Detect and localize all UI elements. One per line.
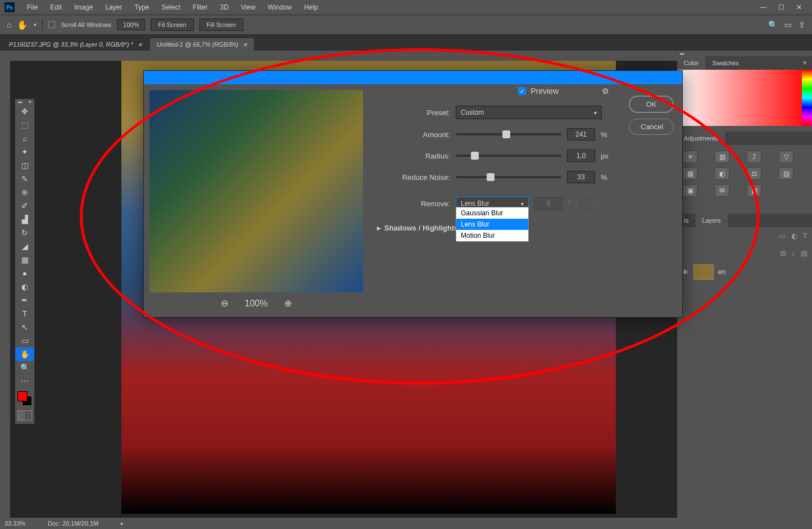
window-maximize[interactable]: ☐ xyxy=(773,2,790,13)
color-picker[interactable] xyxy=(677,70,812,126)
radius-input[interactable] xyxy=(567,150,595,162)
home-icon[interactable]: ⌂ xyxy=(7,20,11,29)
layers-tab[interactable]: Layers xyxy=(696,214,728,227)
pen-tool[interactable]: ✒ xyxy=(15,293,34,307)
close-icon[interactable]: ✕ xyxy=(138,42,142,48)
menu-image[interactable]: Image xyxy=(69,1,98,13)
hand-tool[interactable]: ✋ xyxy=(15,347,34,361)
menu-type[interactable]: Type xyxy=(129,1,155,13)
eyedropper-tool[interactable]: ✎ xyxy=(15,172,34,186)
search-icon[interactable]: 🔍 xyxy=(768,20,778,29)
adjustments-tab[interactable]: Adjustments xyxy=(677,132,725,145)
gradient-tool[interactable]: ▦ xyxy=(15,253,34,266)
quick-mask-mode[interactable] xyxy=(17,410,32,421)
levels-icon[interactable]: ▥ xyxy=(715,151,729,163)
bw-icon[interactable]: ▤ xyxy=(779,168,793,180)
preview-image[interactable] xyxy=(149,90,363,292)
move-tool[interactable]: ✥ xyxy=(15,105,34,118)
exposure-icon[interactable]: ▽ xyxy=(779,151,793,163)
filter-type-icon[interactable]: T xyxy=(803,232,808,240)
type-tool[interactable]: T xyxy=(15,307,34,320)
fit-screen-button[interactable]: Fit Screen xyxy=(151,19,193,31)
dialog-titlebar[interactable] xyxy=(144,71,682,84)
gear-icon[interactable]: ⚙ xyxy=(602,87,609,96)
eraser-tool[interactable]: ◢ xyxy=(15,239,34,253)
window-close[interactable]: ✕ xyxy=(791,2,808,13)
menu-view[interactable]: View xyxy=(235,1,261,13)
panel-options-icon[interactable]: ≡ xyxy=(797,56,812,70)
amount-input[interactable] xyxy=(567,128,595,141)
filter-adjust-icon[interactable]: ◐ xyxy=(791,232,797,240)
healing-tool[interactable]: ⊛ xyxy=(15,186,34,199)
menu-3d[interactable]: 3D xyxy=(214,1,234,13)
layer-row[interactable]: 👁 en xyxy=(677,262,812,282)
brush-tool[interactable]: ✐ xyxy=(15,199,34,212)
fill-icon[interactable]: ↕ xyxy=(792,249,796,257)
menu-layer[interactable]: Layer xyxy=(99,1,128,13)
remove-option-motion[interactable]: Motion Blur xyxy=(456,230,528,241)
cancel-button[interactable]: Cancel xyxy=(629,119,674,135)
path-tool[interactable]: ↖ xyxy=(15,320,34,334)
document-tab-1[interactable]: P1160237.JPG @ 33,3% (Layer 0, RGB/8*) *… xyxy=(2,38,149,51)
menu-file[interactable]: File xyxy=(21,1,43,13)
brightness-icon[interactable]: ☀ xyxy=(683,151,697,163)
scroll-all-checkbox[interactable] xyxy=(48,21,55,28)
preset-dropdown[interactable]: Custom xyxy=(456,106,602,119)
lasso-tool[interactable]: ⌕ xyxy=(15,132,34,145)
menu-edit[interactable]: Edit xyxy=(44,1,67,13)
remove-option-gaussian[interactable]: Gaussian Blur xyxy=(456,207,528,219)
close-icon[interactable]: ✕ xyxy=(243,42,247,48)
angle-dial[interactable] xyxy=(577,192,599,215)
amount-slider[interactable] xyxy=(456,133,561,135)
dodge-tool[interactable]: ◐ xyxy=(15,280,34,293)
foreground-color[interactable] xyxy=(17,391,28,401)
radius-slider[interactable] xyxy=(456,155,561,157)
stamp-tool[interactable]: ▟ xyxy=(15,212,34,226)
photo-filter-icon[interactable]: ▣ xyxy=(683,184,697,197)
workspace-icon[interactable]: ▭ xyxy=(784,20,792,29)
ruler-vertical[interactable] xyxy=(0,61,10,518)
lock-icon[interactable]: ⊞ xyxy=(780,249,786,257)
hue-icon[interactable]: ◐ xyxy=(715,168,729,180)
angle-input[interactable] xyxy=(534,197,562,210)
rectangle-tool[interactable]: ▭ xyxy=(15,334,34,347)
tool-options[interactable]: ⋯ xyxy=(15,374,34,388)
noise-input[interactable] xyxy=(567,171,595,183)
ok-button[interactable]: OK xyxy=(629,96,674,113)
preview-checkbox[interactable]: ✓ xyxy=(518,87,526,95)
fill-screen-button[interactable]: Fill Screen xyxy=(199,19,243,31)
vibrance-icon[interactable]: ▦ xyxy=(683,168,697,180)
more-icon[interactable]: ▤ xyxy=(801,249,808,257)
status-zoom[interactable]: 33.33% xyxy=(4,520,25,527)
hand-tool-icon[interactable]: ✋ xyxy=(17,20,28,30)
window-minimize[interactable]: — xyxy=(755,2,772,13)
hue-slider[interactable] xyxy=(802,70,812,126)
noise-slider[interactable] xyxy=(456,176,561,178)
zoom-tool[interactable]: 🔍 xyxy=(15,361,34,374)
filter-picture-icon[interactable]: ▭ xyxy=(779,232,786,240)
zoom-in-icon[interactable]: ⊕ xyxy=(284,298,292,309)
menu-select[interactable]: Select xyxy=(156,1,185,13)
quick-select-tool[interactable]: ✦ xyxy=(15,145,34,159)
color-tab[interactable]: Color xyxy=(677,56,705,70)
document-tab-2[interactable]: Untitled-1 @ 66,7% (RGB/8#) ✕ xyxy=(150,38,254,51)
status-doc[interactable]: Doc: 20,1M/20,1M xyxy=(48,520,98,527)
lookup-icon[interactable]: ▦ xyxy=(747,184,761,197)
curves-icon[interactable]: ⤴ xyxy=(747,151,761,163)
color-swatches[interactable] xyxy=(17,391,32,406)
zoom-out-icon[interactable]: ⊖ xyxy=(221,298,228,309)
marquee-tool[interactable]: ⬚ xyxy=(15,118,34,132)
crop-tool[interactable]: ◫ xyxy=(15,159,34,172)
menu-help[interactable]: Help xyxy=(298,1,324,13)
zoom-value[interactable]: 100% xyxy=(117,19,145,30)
swatches-tab[interactable]: Swatches xyxy=(705,56,746,70)
menu-window[interactable]: Window xyxy=(262,1,298,13)
balance-icon[interactable]: ⚖ xyxy=(747,168,761,180)
remove-option-lens[interactable]: Lens Blur xyxy=(456,219,528,230)
history-brush-tool[interactable]: ↻ xyxy=(15,226,34,239)
mixer-icon[interactable]: ✉ xyxy=(715,184,729,197)
menu-filter[interactable]: Filter xyxy=(187,1,214,13)
layer-thumbnail[interactable] xyxy=(693,264,714,280)
share-icon[interactable]: ⇪ xyxy=(799,20,805,29)
blur-tool[interactable]: ● xyxy=(15,266,34,280)
